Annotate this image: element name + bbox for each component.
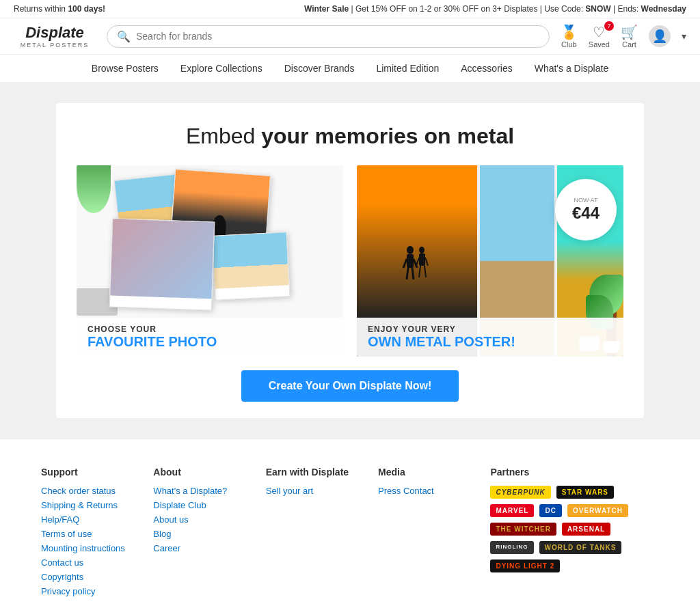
partner-ringling[interactable]: RINGLING (490, 541, 533, 554)
hero-section: Embed your memories on metal (0, 83, 700, 439)
footer-link-blog[interactable]: Blog (153, 529, 265, 539)
user-icon: 👤 (652, 29, 667, 44)
logo-sub: METAL POSTERS (21, 42, 90, 49)
price-value: €44 (572, 204, 600, 223)
user-avatar[interactable]: 👤 (649, 25, 671, 47)
returns-days: 100 days! (68, 4, 105, 14)
nav-discover-brands[interactable]: Discover Brands (284, 63, 355, 74)
partner-starwars[interactable]: STAR WARS (556, 486, 614, 499)
about-heading: About (153, 467, 265, 478)
footer-link-mounting[interactable]: Mounting instructions (41, 543, 153, 553)
svg-line-9 (425, 258, 428, 266)
svg-rect-1 (407, 254, 414, 268)
nav-whats-displate[interactable]: What's a Displate (535, 63, 609, 74)
footer-link-help-faq[interactable]: Help/FAQ (41, 514, 153, 525)
hero-left-panel: CHOOSE YOUR FAVOURITE PHOTO (77, 165, 343, 357)
media-heading: Media (378, 467, 490, 478)
search-bar[interactable]: 🔍 (107, 25, 550, 48)
price-badge: NOW AT €44 (555, 179, 617, 240)
logo[interactable]: Displate METAL POSTERS (14, 24, 96, 49)
caption-left-line2: FAVOURITE PHOTO (88, 334, 332, 350)
nav-browse-posters[interactable]: Browse Posters (92, 63, 159, 74)
header-actions: 🏅 Club ♡ 7 Saved 🛒 Cart 👤 ▾ (561, 24, 686, 49)
logo-name: Displate (25, 24, 84, 42)
svg-point-6 (419, 247, 425, 253)
caption-right-line2: OWN METAL POSTER! (368, 334, 612, 350)
dropdown-chevron-icon[interactable]: ▾ (682, 31, 686, 42)
footer-col-support: Support Check order status Shipping & Re… (41, 467, 153, 600)
nav-limited-edition[interactable]: Limited Edition (376, 63, 439, 74)
caption-left-line1: CHOOSE YOUR (88, 324, 332, 334)
search-input[interactable] (136, 31, 539, 42)
caption-choose-photo: CHOOSE YOUR FAVOURITE PHOTO (77, 318, 343, 357)
club-button[interactable]: 🏅 Club (561, 24, 578, 49)
heart-icon: ♡ (593, 24, 605, 40)
footer-link-contact[interactable]: Contact us (41, 557, 153, 568)
svg-line-4 (407, 268, 408, 279)
search-icon: 🔍 (117, 30, 131, 43)
partner-dyinglight[interactable]: DYING LIGHT 2 (490, 559, 560, 572)
footer-link-career[interactable]: Career (153, 543, 265, 553)
footer-link-shipping[interactable]: Shipping & Returns (41, 500, 153, 510)
svg-line-8 (416, 258, 419, 266)
svg-line-11 (425, 266, 426, 277)
svg-point-0 (407, 246, 414, 254)
svg-line-2 (403, 259, 407, 268)
cta-section: Create Your Own Displate Now! (77, 357, 623, 418)
partner-marvel[interactable]: MARVEL (490, 504, 534, 517)
header: Displate METAL POSTERS 🔍 🏅 Club ♡ 7 Save… (0, 18, 700, 55)
footer-link-check-order[interactable]: Check order status (41, 486, 153, 496)
footer-link-sell-art[interactable]: Sell your art (266, 486, 378, 496)
svg-line-10 (419, 266, 420, 277)
create-displate-button[interactable]: Create Your Own Displate Now! (241, 370, 459, 402)
svg-line-5 (412, 268, 414, 279)
partner-cyberpunk[interactable]: CYBERPUNK (490, 486, 550, 499)
footer-link-privacy[interactable]: Privacy policy (41, 586, 153, 596)
footer-col-about: About What's a Displate? Displate Club A… (153, 467, 265, 600)
partners-heading: Partners (490, 467, 659, 478)
club-label: Club (561, 40, 577, 49)
cart-icon: 🛒 (621, 24, 638, 40)
caption-enjoy-poster: ENJOY YOUR VERY OWN METAL POSTER! (357, 318, 623, 357)
footer-col-partners: Partners CYBERPUNK STAR WARS MARVEL DC O… (490, 467, 659, 600)
footer-col-earn: Earn with Displate Sell your art (266, 467, 378, 600)
cart-label: Cart (622, 40, 636, 49)
polaroid-4 (212, 232, 291, 301)
nav-explore-collections[interactable]: Explore Collections (180, 63, 262, 74)
partner-overwatch[interactable]: OVERWATCH (567, 504, 628, 517)
price-label: NOW AT (574, 197, 598, 204)
saved-label: Saved (589, 40, 610, 49)
nav-accessories[interactable]: Accessories (461, 63, 512, 74)
footer-link-press-contact[interactable]: Press Contact (378, 486, 490, 496)
returns-text: Returns within 100 days! (14, 4, 105, 14)
footer-columns: Support Check order status Shipping & Re… (41, 467, 659, 600)
partners-grid: CYBERPUNK STAR WARS MARVEL DC OVERWATCH … (490, 486, 659, 572)
footer-link-copyrights[interactable]: Copyrights (41, 572, 153, 582)
earn-heading: Earn with Displate (266, 467, 378, 478)
cart-button[interactable]: 🛒 Cart (621, 24, 638, 49)
footer-link-displate-club[interactable]: Displate Club (153, 500, 265, 510)
footer-link-terms[interactable]: Terms of use (41, 529, 153, 539)
partner-witcher[interactable]: THE WITCHER (490, 523, 556, 536)
svg-rect-7 (419, 253, 425, 266)
main-nav: Browse Posters Explore Collections Disco… (0, 55, 700, 83)
footer: Support Check order status Shipping & Re… (0, 439, 700, 608)
caption-right-line1: ENJOY YOUR VERY (368, 324, 612, 334)
polaroid-3 (109, 218, 215, 310)
partner-dc[interactable]: DC (539, 504, 561, 517)
partner-arsenal[interactable]: ARSENAL (562, 523, 610, 536)
club-icon: 🏅 (561, 24, 578, 40)
hero-title: Embed your memories on metal (77, 124, 623, 149)
support-heading: Support (41, 467, 153, 478)
sale-announcement: Winter Sale | Get 15% OFF on 1-2 or 30% … (304, 4, 686, 14)
hero-card: Embed your memories on metal (56, 103, 644, 418)
footer-link-about-us[interactable]: About us (153, 514, 265, 525)
partner-worldoftanks[interactable]: WORLD OF TANKS (539, 541, 622, 554)
hero-right-panel: NOW AT €44 ENJOY YOUR VERY OWN METAL POS… (357, 165, 623, 357)
top-announcement-bar: Returns within 100 days! Winter Sale | G… (0, 0, 700, 18)
saved-button[interactable]: ♡ 7 Saved (589, 24, 610, 49)
saved-count: 7 (604, 21, 614, 31)
footer-col-media: Media Press Contact (378, 467, 490, 600)
footer-link-whats-displate[interactable]: What's a Displate? (153, 486, 265, 496)
